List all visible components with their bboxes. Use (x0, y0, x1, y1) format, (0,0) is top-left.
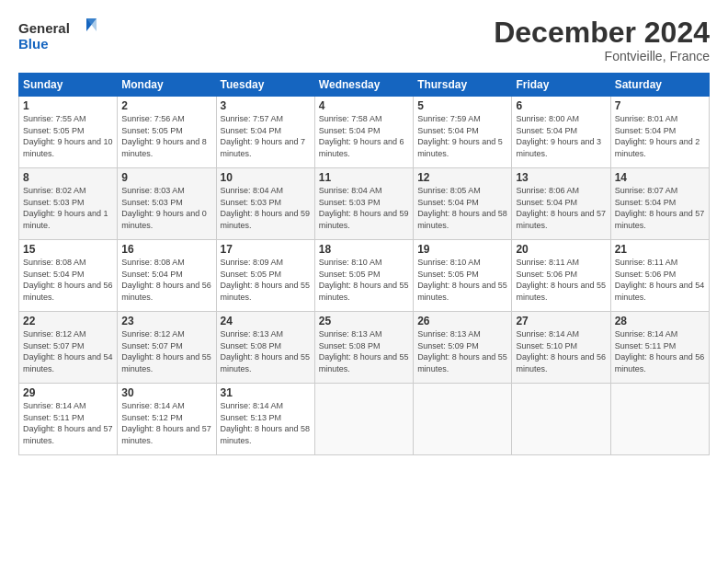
daylight: Daylight: 8 hours and 55 minutes. (319, 281, 409, 302)
calendar-cell: 30 Sunrise: 8:14 AM Sunset: 5:12 PM Dayl… (118, 384, 216, 455)
calendar-cell: 11 Sunrise: 8:04 AM Sunset: 5:03 PM Dayl… (314, 168, 413, 240)
day-number: 21 (615, 243, 705, 256)
svg-text:Blue: Blue (18, 36, 49, 52)
daylight: Daylight: 8 hours and 55 minutes. (417, 352, 507, 373)
day-info: Sunrise: 7:55 AM Sunset: 5:05 PM Dayligh… (23, 113, 113, 159)
day-number: 27 (516, 315, 606, 327)
col-friday: Friday (512, 74, 610, 97)
day-number: 11 (319, 171, 409, 184)
sunset: Sunset: 5:13 PM (221, 413, 282, 422)
sunrise: Sunrise: 8:13 AM (417, 329, 481, 339)
day-info: Sunrise: 7:56 AM Sunset: 5:05 PM Dayligh… (121, 113, 211, 159)
calendar-cell: 22 Sunrise: 8:12 AM Sunset: 5:07 PM Dayl… (19, 312, 118, 384)
day-number: 15 (23, 243, 113, 256)
calendar-cell: 5 Sunrise: 7:59 AM Sunset: 5:04 PM Dayli… (414, 97, 512, 168)
day-info: Sunrise: 8:14 AM Sunset: 5:10 PM Dayligh… (516, 328, 606, 374)
sunset: Sunset: 5:03 PM (221, 198, 282, 207)
calendar-week-1: 1 Sunrise: 7:55 AM Sunset: 5:05 PM Dayli… (19, 97, 710, 168)
daylight: Daylight: 8 hours and 56 minutes. (516, 352, 606, 373)
day-number: 20 (516, 243, 606, 256)
daylight: Daylight: 8 hours and 55 minutes. (417, 281, 507, 302)
daylight: Daylight: 9 hours and 8 minutes. (121, 137, 207, 158)
sunrise: Sunrise: 8:10 AM (417, 258, 481, 267)
calendar-cell (414, 384, 512, 455)
daylight: Daylight: 8 hours and 57 minutes. (23, 424, 113, 445)
page: General Blue December 2024 Fontvieille, … (0, 0, 728, 563)
day-info: Sunrise: 7:59 AM Sunset: 5:04 PM Dayligh… (417, 113, 507, 159)
day-number: 23 (121, 315, 211, 327)
day-number: 16 (121, 243, 211, 256)
day-number: 8 (23, 171, 113, 184)
calendar-cell: 8 Sunrise: 8:02 AM Sunset: 5:03 PM Dayli… (19, 168, 118, 240)
daylight: Daylight: 8 hours and 54 minutes. (615, 281, 705, 302)
daylight: Daylight: 9 hours and 7 minutes. (221, 137, 306, 158)
daylight: Daylight: 8 hours and 59 minutes. (319, 209, 409, 230)
location: Fontvieille, France (494, 49, 710, 63)
calendar-cell: 6 Sunrise: 8:00 AM Sunset: 5:04 PM Dayli… (512, 97, 610, 168)
sunrise: Sunrise: 8:11 AM (615, 258, 678, 267)
day-number: 17 (221, 243, 311, 256)
day-info: Sunrise: 8:14 AM Sunset: 5:11 PM Dayligh… (615, 328, 705, 374)
day-info: Sunrise: 8:08 AM Sunset: 5:04 PM Dayligh… (121, 257, 211, 303)
sunrise: Sunrise: 8:06 AM (516, 186, 579, 195)
calendar-cell: 24 Sunrise: 8:13 AM Sunset: 5:08 PM Dayl… (216, 312, 314, 384)
daylight: Daylight: 9 hours and 6 minutes. (319, 137, 404, 158)
day-info: Sunrise: 8:11 AM Sunset: 5:06 PM Dayligh… (615, 257, 705, 303)
sunrise: Sunrise: 7:57 AM (221, 114, 284, 123)
daylight: Daylight: 9 hours and 2 minutes. (615, 137, 700, 158)
calendar-cell: 4 Sunrise: 7:58 AM Sunset: 5:04 PM Dayli… (314, 97, 413, 168)
calendar-cell (512, 384, 610, 455)
calendar-cell (314, 384, 413, 455)
col-sunday: Sunday (19, 74, 118, 97)
sunset: Sunset: 5:09 PM (417, 341, 479, 350)
calendar-cell (610, 384, 709, 455)
sunset: Sunset: 5:04 PM (615, 198, 677, 207)
day-number: 10 (221, 171, 311, 184)
daylight: Daylight: 9 hours and 3 minutes. (516, 137, 601, 158)
day-info: Sunrise: 8:11 AM Sunset: 5:06 PM Dayligh… (516, 257, 606, 303)
logo: General Blue (18, 17, 101, 55)
calendar-cell: 26 Sunrise: 8:13 AM Sunset: 5:09 PM Dayl… (414, 312, 512, 384)
day-info: Sunrise: 8:05 AM Sunset: 5:04 PM Dayligh… (417, 185, 507, 231)
sunset: Sunset: 5:05 PM (417, 270, 479, 279)
header-row: Sunday Monday Tuesday Wednesday Thursday… (19, 74, 710, 97)
sunset: Sunset: 5:04 PM (121, 270, 183, 279)
day-number: 5 (417, 99, 507, 112)
daylight: Daylight: 8 hours and 55 minutes. (516, 281, 606, 302)
calendar-cell: 25 Sunrise: 8:13 AM Sunset: 5:08 PM Dayl… (314, 312, 413, 384)
day-info: Sunrise: 8:07 AM Sunset: 5:04 PM Dayligh… (615, 185, 705, 231)
sunrise: Sunrise: 8:14 AM (615, 329, 678, 339)
month-title: December 2024 (494, 17, 710, 49)
day-info: Sunrise: 8:12 AM Sunset: 5:07 PM Dayligh… (23, 328, 113, 374)
calendar-cell: 12 Sunrise: 8:05 AM Sunset: 5:04 PM Dayl… (414, 168, 512, 240)
day-info: Sunrise: 8:10 AM Sunset: 5:05 PM Dayligh… (319, 257, 409, 303)
sunset: Sunset: 5:05 PM (23, 126, 85, 135)
daylight: Daylight: 8 hours and 57 minutes. (615, 209, 705, 230)
sunrise: Sunrise: 8:08 AM (121, 258, 185, 267)
day-info: Sunrise: 8:04 AM Sunset: 5:03 PM Dayligh… (221, 185, 311, 231)
day-number: 22 (23, 315, 113, 327)
sunrise: Sunrise: 8:12 AM (121, 329, 185, 339)
sunrise: Sunrise: 8:03 AM (121, 186, 185, 195)
sunset: Sunset: 5:04 PM (319, 126, 381, 135)
sunset: Sunset: 5:05 PM (221, 270, 282, 279)
sunset: Sunset: 5:03 PM (319, 198, 381, 207)
calendar-cell: 1 Sunrise: 7:55 AM Sunset: 5:05 PM Dayli… (19, 97, 118, 168)
sunset: Sunset: 5:04 PM (615, 126, 677, 135)
sunrise: Sunrise: 8:14 AM (23, 401, 86, 410)
sunset: Sunset: 5:11 PM (615, 341, 677, 350)
calendar-cell: 7 Sunrise: 8:01 AM Sunset: 5:04 PM Dayli… (610, 97, 709, 168)
day-info: Sunrise: 8:12 AM Sunset: 5:07 PM Dayligh… (121, 328, 211, 374)
day-number: 6 (516, 99, 606, 112)
daylight: Daylight: 8 hours and 58 minutes. (417, 209, 507, 230)
day-number: 9 (121, 171, 211, 184)
sunset: Sunset: 5:04 PM (23, 270, 85, 279)
sunset: Sunset: 5:05 PM (319, 270, 381, 279)
sunset: Sunset: 5:04 PM (221, 126, 282, 135)
logo-text: General Blue (18, 17, 101, 55)
day-info: Sunrise: 8:02 AM Sunset: 5:03 PM Dayligh… (23, 185, 113, 231)
day-info: Sunrise: 8:14 AM Sunset: 5:11 PM Dayligh… (23, 400, 113, 446)
day-number: 29 (23, 386, 113, 399)
sunset: Sunset: 5:07 PM (121, 341, 183, 350)
sunset: Sunset: 5:12 PM (121, 413, 183, 422)
